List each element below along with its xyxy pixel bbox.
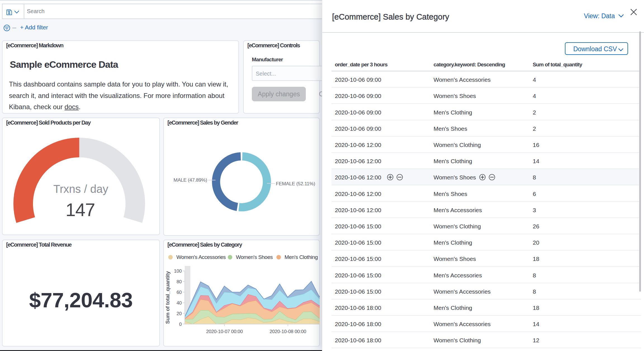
svg-text:2020-10-07 00:00: 2020-10-07 00:00 — [206, 329, 243, 334]
svg-text:0: 0 — [179, 322, 182, 327]
svg-text:80: 80 — [176, 279, 182, 284]
svg-text:Trxns / day: Trxns / day — [53, 183, 108, 195]
svg-text:Women's Accessories: Women's Accessories — [176, 254, 226, 260]
svg-text:20: 20 — [176, 311, 182, 316]
svg-text:Sum of total_quantity: Sum of total_quantity — [165, 271, 171, 324]
svg-text:FEMALE (52.11%): FEMALE (52.11%) — [276, 181, 315, 186]
svg-text:Men's Clothing: Men's Clothing — [285, 254, 318, 260]
svg-text:2020-10-08 00:00: 2020-10-08 00:00 — [269, 329, 306, 334]
svg-text:40: 40 — [176, 300, 182, 306]
svg-text:Women's Shoes: Women's Shoes — [236, 254, 273, 260]
svg-text:MALE (47.89%): MALE (47.89%) — [174, 177, 207, 183]
svg-text:60: 60 — [176, 290, 182, 295]
svg-text:147: 147 — [66, 200, 95, 220]
svg-text:100: 100 — [174, 268, 182, 274]
